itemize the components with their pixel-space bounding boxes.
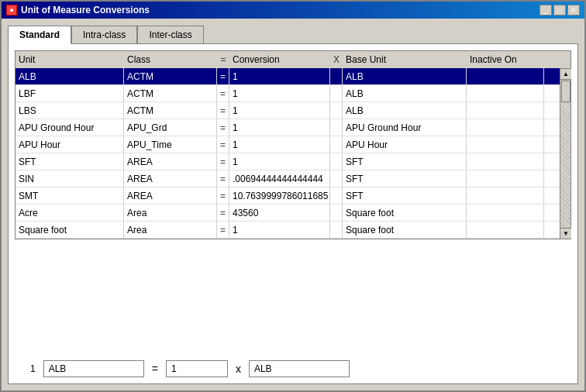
- scroll-up-button[interactable]: ▲: [560, 69, 571, 80]
- tab-bar: Standard Intra-class Inter-class: [8, 25, 578, 43]
- cell-x: [330, 205, 343, 221]
- cell-conversion: 1: [229, 119, 330, 136]
- cell-unit: LBF: [16, 85, 124, 101]
- table-header: Unit Class = Conversion X Base Unit Inac…: [15, 50, 571, 68]
- cell-eq: =: [217, 187, 229, 204]
- cell-inactive: [467, 68, 544, 84]
- cell-conversion: 1: [229, 136, 330, 153]
- cell-eq: =: [217, 170, 229, 187]
- cell-inactive: [467, 153, 544, 170]
- header-conversion: Conversion: [229, 53, 330, 67]
- table-row[interactable]: ALB ACTM = 1 ALB: [16, 68, 560, 85]
- header-eq: =: [217, 53, 229, 67]
- maximize-button[interactable]: □: [553, 5, 566, 15]
- cell-base-unit: ALB: [343, 85, 467, 101]
- cell-unit: ALB: [16, 68, 124, 84]
- cell-class: ACTM: [124, 102, 217, 119]
- cell-unit: Acre: [16, 205, 124, 221]
- cell-inactive: [467, 222, 544, 238]
- table-row[interactable]: Acre Area = 43560 Square foot: [16, 205, 560, 222]
- header-unit: Unit: [16, 53, 124, 67]
- cell-conversion: .00694444444444444: [229, 170, 330, 187]
- cell-unit: LBS: [16, 102, 124, 119]
- content-area: Standard Intra-class Inter-class Unit Cl…: [2, 19, 584, 390]
- scrollbar[interactable]: ▲ ▼: [560, 68, 571, 239]
- cell-class: Area: [124, 222, 217, 238]
- calc-right-field[interactable]: [249, 360, 350, 377]
- cell-eq: =: [217, 205, 229, 221]
- window-title: Unit of Measure Conversions: [21, 5, 150, 15]
- table-row[interactable]: APU Ground Hour APU_Grd = 1 APU Ground H…: [16, 119, 560, 136]
- tab-inter-class[interactable]: Inter-class: [137, 26, 203, 44]
- minimize-button[interactable]: _: [539, 5, 552, 15]
- cell-eq: =: [217, 85, 229, 101]
- calc-number: 1: [30, 363, 36, 374]
- table-body: ALB ACTM = 1 ALB LBF ACTM = 1: [15, 68, 560, 239]
- scroll-down-button[interactable]: ▼: [560, 228, 571, 239]
- cell-x: [330, 119, 343, 136]
- cell-conversion: 1: [229, 68, 330, 84]
- cell-class: APU_Time: [124, 136, 217, 153]
- cell-inactive: [467, 205, 544, 221]
- cell-conversion: 1: [229, 102, 330, 119]
- table-row[interactable]: SMT AREA = 10.7639999786011685 SFT: [16, 187, 560, 205]
- scroll-thumb[interactable]: [561, 81, 570, 102]
- main-window: ● Unit of Measure Conversions _ □ ✕ Stan…: [0, 0, 586, 392]
- cell-eq: =: [217, 68, 229, 84]
- table-row[interactable]: SFT AREA = 1 SFT: [16, 153, 560, 170]
- cell-x: [330, 170, 343, 187]
- close-button[interactable]: ✕: [567, 5, 580, 15]
- header-x: X: [330, 53, 343, 67]
- calc-left-field[interactable]: [43, 360, 144, 377]
- cell-unit: SFT: [16, 153, 124, 170]
- cell-class: AREA: [124, 170, 217, 187]
- table-row[interactable]: LBS ACTM = 1 ALB: [16, 102, 560, 119]
- cell-class: ACTM: [124, 85, 217, 101]
- conversion-calculator: 1 = x: [15, 360, 571, 377]
- cell-x: [330, 222, 343, 238]
- cell-base-unit: SFT: [343, 187, 467, 204]
- cell-inactive: [467, 187, 544, 204]
- header-class: Class: [124, 53, 217, 67]
- header-inactive-on: Inactive On: [467, 53, 544, 67]
- calc-equals: =: [152, 363, 158, 375]
- cell-inactive: [467, 136, 544, 153]
- table-row[interactable]: LBF ACTM = 1 ALB: [16, 85, 560, 102]
- cell-base-unit: APU Hour: [343, 136, 467, 153]
- cell-eq: =: [217, 222, 229, 238]
- cell-x: [330, 187, 343, 204]
- title-bar: ● Unit of Measure Conversions _ □ ✕: [2, 2, 584, 19]
- header-base-unit: Base Unit: [343, 53, 467, 67]
- cell-conversion: 1: [229, 153, 330, 170]
- title-buttons: _ □ ✕: [539, 5, 580, 15]
- cell-class: ACTM: [124, 68, 217, 84]
- table-row[interactable]: SIN AREA = .00694444444444444 SFT: [16, 170, 560, 187]
- cell-x: [330, 68, 343, 84]
- table-row[interactable]: Square foot Area = 1 Square foot: [16, 222, 560, 239]
- cell-class: AREA: [124, 153, 217, 170]
- cell-conversion: 43560: [229, 205, 330, 221]
- cell-eq: =: [217, 102, 229, 119]
- cell-base-unit: SFT: [343, 153, 467, 170]
- cell-inactive: [467, 85, 544, 101]
- cell-unit: APU Hour: [16, 136, 124, 153]
- cell-x: [330, 102, 343, 119]
- cell-conversion: 1: [229, 85, 330, 101]
- cell-x: [330, 153, 343, 170]
- cell-x: [330, 136, 343, 153]
- cell-class: AREA: [124, 187, 217, 204]
- tab-standard[interactable]: Standard: [8, 26, 71, 44]
- app-icon: ●: [6, 5, 17, 15]
- tab-intra-class[interactable]: Intra-class: [71, 26, 137, 44]
- cell-base-unit: SFT: [343, 170, 467, 187]
- calc-x: x: [236, 363, 241, 375]
- cell-class: Area: [124, 205, 217, 221]
- cell-conversion: 10.7639999786011685: [229, 187, 330, 204]
- cell-unit: APU Ground Hour: [16, 119, 124, 136]
- cell-inactive: [467, 170, 544, 187]
- cell-unit: Square foot: [16, 222, 124, 238]
- cell-eq: =: [217, 136, 229, 153]
- calc-middle-field[interactable]: [166, 360, 228, 377]
- table-row[interactable]: APU Hour APU_Time = 1 APU Hour: [16, 136, 560, 153]
- scroll-track: [560, 80, 570, 228]
